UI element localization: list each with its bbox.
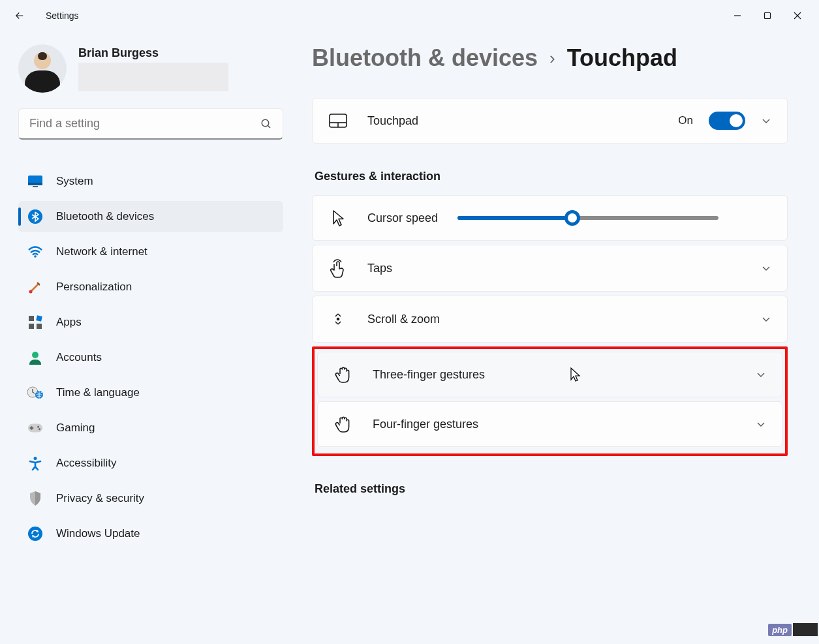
card-label: Touchpad (367, 114, 678, 128)
svg-point-21 (32, 352, 39, 358)
back-button[interactable] (7, 3, 33, 29)
svg-rect-1 (765, 13, 771, 19)
shield-icon (27, 491, 43, 506)
sidebar-item-label: Personalization (56, 281, 132, 294)
accounts-icon (27, 350, 43, 365)
page-title: Touchpad (567, 44, 677, 72)
sidebar-item-accounts[interactable]: Accounts (18, 342, 283, 373)
sidebar-item-label: Apps (56, 316, 82, 329)
sidebar-item-accessibility[interactable]: Accessibility (18, 448, 283, 479)
sidebar-item-time-language[interactable]: Time & language (18, 377, 283, 408)
close-button[interactable] (782, 5, 812, 26)
minimize-icon (734, 12, 741, 20)
sidebar-item-personalization[interactable]: Personalization (18, 271, 283, 303)
sidebar-item-system[interactable]: System (18, 166, 283, 197)
scroll-icon (328, 309, 348, 329)
svg-point-15 (34, 255, 37, 258)
sidebar-item-bluetooth-devices[interactable]: Bluetooth & devices (18, 201, 283, 232)
slider-thumb[interactable] (564, 210, 580, 226)
wifi-icon (27, 244, 43, 260)
card-label: Three-finger gestures (373, 368, 756, 382)
taps-card[interactable]: Taps (312, 245, 788, 292)
sidebar-item-label: Time & language (56, 386, 140, 399)
paintbrush-icon (27, 279, 43, 295)
content-area: Bluetooth & devices › Touchpad Touchpad … (292, 31, 819, 644)
chevron-down-icon (761, 314, 771, 324)
avatar (18, 44, 67, 93)
profile-block[interactable]: Brian Burgess (18, 44, 283, 93)
touchpad-toggle[interactable] (709, 112, 745, 130)
arrow-left-icon (14, 10, 25, 22)
chevron-down-icon (761, 263, 771, 273)
accessibility-icon (27, 455, 43, 471)
profile-email-redacted (78, 63, 228, 91)
sidebar-item-label: Accounts (56, 351, 102, 364)
svg-rect-8 (44, 57, 46, 59)
watermark: php (768, 623, 818, 636)
window-controls (722, 5, 812, 26)
touchpad-icon (328, 113, 348, 129)
titlebar: Settings (0, 0, 819, 31)
svg-rect-17 (29, 316, 34, 321)
svg-rect-19 (29, 324, 34, 329)
svg-point-27 (34, 457, 37, 460)
svg-point-28 (28, 527, 42, 541)
card-label: Taps (367, 262, 761, 275)
svg-point-9 (262, 119, 269, 127)
svg-point-32 (337, 318, 339, 320)
windows-update-icon (27, 526, 43, 542)
maximize-icon (764, 12, 771, 20)
svg-rect-20 (37, 324, 42, 329)
four-finger-gestures-card[interactable]: Four-finger gestures (317, 401, 782, 447)
watermark-php: php (768, 624, 792, 636)
sidebar: Brian Burgess System Bluetooth & devices… (0, 31, 292, 644)
sidebar-item-label: System (56, 175, 93, 188)
touchpad-toggle-card[interactable]: Touchpad On (312, 98, 788, 144)
chevron-right-icon: › (549, 48, 555, 69)
apps-icon (27, 314, 43, 330)
scroll-zoom-card[interactable]: Scroll & zoom (312, 296, 788, 343)
profile-name: Brian Burgess (78, 46, 228, 60)
svg-line-10 (268, 125, 270, 128)
search-icon (260, 118, 272, 130)
hand-icon (333, 365, 353, 384)
svg-rect-18 (36, 315, 42, 321)
svg-point-26 (39, 428, 40, 430)
sidebar-item-label: Network & internet (56, 245, 147, 258)
chevron-down-icon (756, 419, 766, 429)
system-icon (27, 174, 43, 189)
sidebar-item-apps[interactable]: Apps (18, 307, 283, 338)
maximize-button[interactable] (752, 5, 782, 26)
section-related-header: Related settings (315, 482, 788, 496)
gaming-icon (27, 420, 43, 436)
card-label: Scroll & zoom (367, 313, 761, 326)
card-label: Cursor speed (367, 211, 438, 225)
chevron-down-icon[interactable] (761, 115, 771, 126)
svg-rect-12 (28, 183, 42, 185)
svg-rect-5 (25, 70, 60, 93)
breadcrumb-parent[interactable]: Bluetooth & devices (312, 44, 538, 72)
sidebar-item-gaming[interactable]: Gaming (18, 412, 283, 444)
sidebar-item-label: Windows Update (56, 527, 140, 540)
search-input[interactable] (29, 117, 260, 130)
sidebar-item-privacy-security[interactable]: Privacy & security (18, 483, 283, 514)
chevron-down-icon (756, 369, 766, 380)
cursor-icon (328, 209, 348, 227)
toggle-state-label: On (678, 114, 693, 127)
minimize-button[interactable] (722, 5, 752, 26)
svg-rect-4 (38, 52, 47, 60)
svg-rect-13 (33, 186, 38, 187)
sidebar-item-network[interactable]: Network & internet (18, 236, 283, 268)
sidebar-item-label: Accessibility (56, 457, 117, 470)
cursor-speed-slider[interactable] (457, 216, 719, 220)
svg-point-25 (37, 426, 39, 428)
tap-icon (328, 258, 348, 278)
sidebar-item-windows-update[interactable]: Windows Update (18, 518, 283, 549)
nav: System Bluetooth & devices Network & int… (18, 166, 283, 549)
time-language-icon (27, 385, 43, 401)
breadcrumb: Bluetooth & devices › Touchpad (312, 44, 788, 72)
search-box[interactable] (18, 108, 283, 140)
three-finger-gestures-card[interactable]: Three-finger gestures (317, 352, 782, 397)
sidebar-item-label: Gaming (56, 422, 95, 435)
svg-rect-7 (39, 57, 41, 59)
